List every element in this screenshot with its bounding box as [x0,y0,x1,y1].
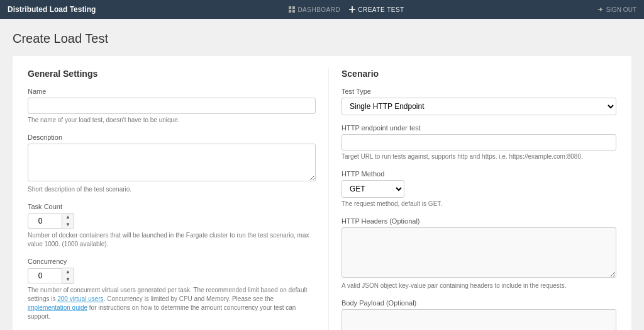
general-section-title: General Settings [28,69,316,79]
top-nav: Distributed Load Testing DASHBOARD CREAT… [0,0,644,19]
method-field-group: HTTP Method GET POST PUT DELETE PATCH Th… [341,170,616,208]
test-type-field-group: Test Type Single HTTP Endpoint JMeter [341,88,616,115]
svg-rect-5 [349,9,355,10]
description-help: Short description of the test scenario. [28,185,316,194]
create-icon [349,6,355,13]
dashboard-icon [289,6,295,13]
concurrency-spinner: ▲ ▼ [28,268,78,284]
concurrency-input[interactable] [28,268,62,283]
signout-icon [597,6,604,13]
description-field-group: Description Short description of the tes… [28,134,316,194]
name-field-group: Name The name of your load test, doesn't… [28,88,316,125]
main-card: General Settings Name The name of your l… [13,56,631,330]
concurrency-link[interactable]: 200 virtual users [57,295,103,302]
method-help: The request method, default is GET. [341,200,616,208]
task-count-down[interactable]: ▼ [62,221,74,229]
nav-dashboard[interactable]: DASHBOARD [289,6,340,13]
body-label: Body Payload (Optional) [341,299,616,307]
endpoint-input[interactable] [341,134,616,151]
scenario-section-title: Scenario [341,69,616,79]
task-count-field-group: Task Count ▲ ▼ Number of docker containe… [28,203,316,249]
headers-help: A valid JSON object key-value pair conta… [341,282,616,290]
endpoint-field-group: HTTP endpoint under test Target URL to r… [341,124,616,161]
task-count-label: Task Count [28,203,316,210]
name-help: The name of your load test, doesn't have… [28,116,316,125]
page-title: Create Load Test [13,31,631,46]
endpoint-help: Target URL to run tests against, support… [341,152,616,161]
svg-rect-1 [292,6,295,9]
concurrency-field-group: Concurrency ▲ ▼ The number of concurrent… [28,258,316,321]
concurrency-help: The number of concurrent virtual users g… [28,286,316,321]
page-wrapper: Create Load Test General Settings Name T… [0,19,644,330]
task-count-spinner: ▲ ▼ [28,213,78,229]
form-grid: General Settings Name The name of your l… [28,69,616,330]
body-field-group: Body Payload (Optional) A valid JSON obj… [341,299,616,330]
description-input[interactable] [28,144,316,181]
sign-out-button[interactable]: SIGN OUT [597,6,636,13]
task-count-up[interactable]: ▲ [62,213,74,221]
concurrency-label: Concurrency [28,258,316,265]
body-input[interactable] [341,309,616,330]
test-type-label: Test Type [341,88,616,95]
task-count-input[interactable] [28,213,62,229]
scenario-col: Scenario Test Type Single HTTP Endpoint … [328,69,616,330]
headers-field-group: HTTP Headers (Optional) A valid JSON obj… [341,217,616,290]
task-count-help: Number of docker containers that will be… [28,231,316,249]
name-label: Name [28,88,316,95]
concurrency-down[interactable]: ▼ [62,276,74,283]
method-label: HTTP Method [341,170,616,178]
general-settings-col: General Settings Name The name of your l… [28,69,316,330]
implementation-guide-link[interactable]: implementation guide [28,304,87,311]
svg-rect-2 [289,10,291,13]
nav-create-test[interactable]: CREATE TEST [349,6,404,13]
headers-input[interactable] [341,227,616,278]
svg-rect-3 [292,10,295,13]
svg-rect-0 [289,6,291,9]
method-select[interactable]: GET POST PUT DELETE PATCH [341,180,404,198]
concurrency-up[interactable]: ▲ [62,268,74,276]
test-type-select[interactable]: Single HTTP Endpoint JMeter [341,98,616,115]
headers-label: HTTP Headers (Optional) [341,217,616,225]
description-label: Description [28,134,316,141]
name-input[interactable] [28,98,316,114]
nav-links: DASHBOARD CREATE TEST [289,6,404,13]
brand: Distributed Load Testing [8,5,96,14]
endpoint-label: HTTP endpoint under test [341,124,616,132]
